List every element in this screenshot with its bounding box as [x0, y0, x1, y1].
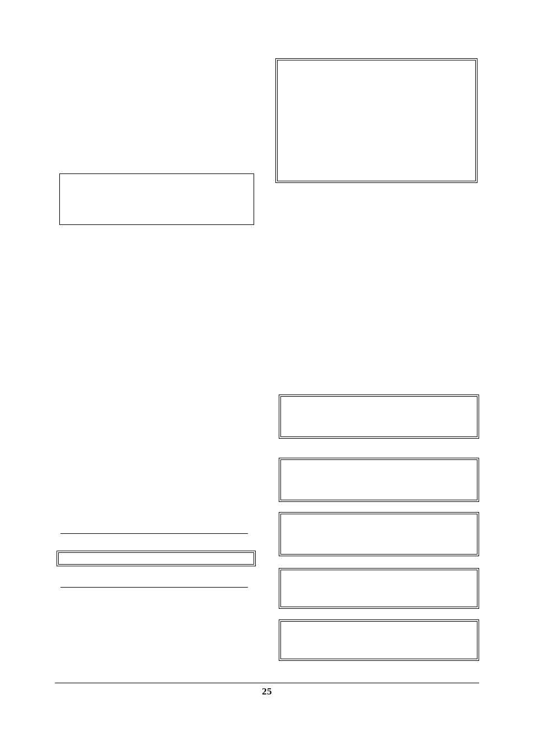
- callout-box-2: [279, 458, 479, 502]
- horizontal-rule: [60, 587, 248, 588]
- callout-box-5: [279, 619, 479, 661]
- callout-box-large: [275, 58, 477, 183]
- document-page: 25: [0, 0, 534, 756]
- page-number: 25: [0, 686, 534, 697]
- horizontal-rule: [60, 533, 248, 534]
- callout-box-flat: [57, 551, 256, 566]
- callout-box-3: [279, 512, 479, 556]
- callout-box-4: [279, 568, 479, 609]
- info-box-single-border: [59, 173, 254, 225]
- callout-box-1: [279, 395, 479, 439]
- footer-rule: [55, 683, 479, 683]
